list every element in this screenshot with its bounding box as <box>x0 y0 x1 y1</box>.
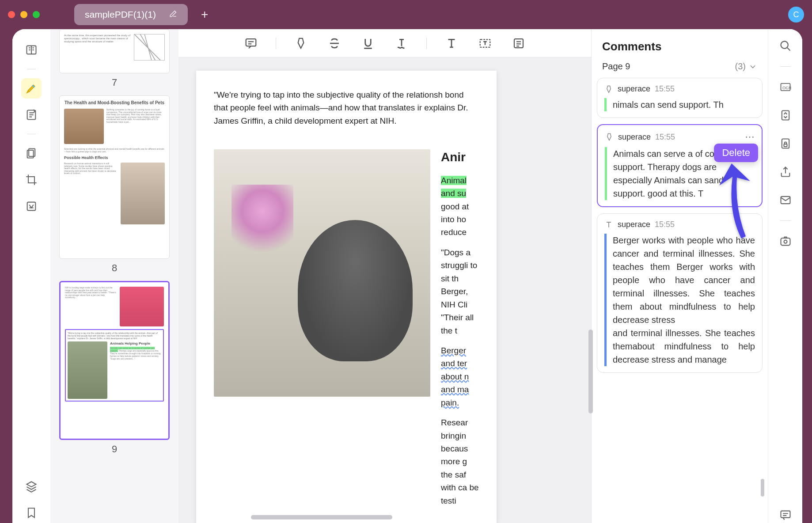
strikethrough-tool-icon[interactable] <box>326 34 343 52</box>
app-window: At the same time, this experiment pionee… <box>12 29 802 523</box>
user-avatar[interactable]: C <box>788 7 804 23</box>
right-rail: OCR <box>768 29 802 523</box>
vertical-scrollbar[interactable] <box>588 330 593 413</box>
comments-title: Comments <box>592 29 768 61</box>
squiggly-tool-icon[interactable] <box>393 34 410 52</box>
new-tab-button[interactable]: + <box>201 8 208 22</box>
comment-count: (3) <box>735 61 757 72</box>
text-type-icon <box>604 220 613 229</box>
comment-card[interactable]: superace 15:55 Berger works with people … <box>597 213 763 373</box>
pages-icon[interactable] <box>21 143 42 163</box>
main-area: "We're trying to tap into the subjective… <box>178 29 591 523</box>
body-paragraph: "Dogs a struggli to sit th Berger, NIH C… <box>441 246 479 337</box>
separator <box>276 38 276 49</box>
svg-rect-15 <box>781 238 790 245</box>
horizontal-scrollbar[interactable] <box>251 515 392 519</box>
edit-tab-icon[interactable] <box>169 9 177 20</box>
svg-text:OCR: OCR <box>782 86 792 90</box>
annotation-toolbar <box>178 29 591 57</box>
thumbnail-page-8[interactable]: The Health and Mood-Boosting Benefits of… <box>59 95 170 277</box>
separator <box>780 66 791 67</box>
comment-text: Berger works with people who have cancer… <box>604 234 755 366</box>
svg-point-8 <box>781 42 788 49</box>
layers-icon[interactable] <box>21 476 42 496</box>
comment-card-selected[interactable]: superace 15:55 ⋯ Animals can serve a of … <box>597 124 763 207</box>
share-icon[interactable] <box>778 164 793 180</box>
thumbnail-page-7[interactable]: At the same time, this experiment pionee… <box>59 29 170 92</box>
bookmark-icon[interactable] <box>21 503 42 523</box>
svg-rect-4 <box>27 202 36 211</box>
svg-rect-5 <box>246 39 256 46</box>
comment-card[interactable]: superace 15:55 nimals can send support. … <box>597 78 763 118</box>
document-tab[interactable]: samplePDF(1)(1) <box>74 4 188 25</box>
window-controls <box>8 11 40 18</box>
quote-paragraph: "We're trying to tap into the subjective… <box>214 88 479 127</box>
reader-mode-icon[interactable] <box>21 40 42 60</box>
page-content: "We're trying to tap into the subjective… <box>196 71 497 523</box>
highlight-tool-icon[interactable] <box>292 34 310 52</box>
titlebar: samplePDF(1)(1) + C <box>0 0 812 29</box>
separator <box>27 134 36 134</box>
thumbnail-page-9[interactable]: NIH is funding large-scale surveys to fi… <box>59 281 170 459</box>
text-tool-icon[interactable] <box>443 34 460 52</box>
comment-more-icon[interactable]: ⋯ <box>745 131 755 143</box>
search-icon[interactable] <box>778 38 793 54</box>
separator <box>780 220 791 221</box>
mail-icon[interactable] <box>778 192 793 208</box>
svg-point-16 <box>784 240 787 243</box>
left-rail <box>12 29 50 523</box>
note-icon[interactable] <box>21 105 42 125</box>
hero-image <box>214 149 430 397</box>
stamp-icon[interactable] <box>21 196 42 216</box>
minimize-window[interactable] <box>20 11 27 18</box>
highlight-type-icon <box>604 85 613 94</box>
svg-rect-13 <box>784 144 787 147</box>
body-paragraph: Berger and ter about n and ma pain. <box>441 344 479 409</box>
highlighter-icon[interactable] <box>21 78 42 99</box>
comment-user: superace <box>618 133 651 142</box>
screenshot-icon[interactable] <box>778 233 793 249</box>
comments-header[interactable]: Page 9 (3) <box>592 61 768 78</box>
page-label: Page 9 <box>602 61 630 72</box>
delete-button[interactable]: Delete <box>714 144 758 162</box>
page-number: 7 <box>59 73 170 92</box>
comment-time: 15:55 <box>655 133 675 142</box>
separator <box>27 69 36 69</box>
comments-list[interactable]: superace 15:55 nimals can send support. … <box>592 78 768 523</box>
separator <box>426 38 427 49</box>
page-number: 8 <box>59 259 170 277</box>
body-paragraph: Resear bringin becaus more g the saf wit… <box>441 416 479 507</box>
document-viewport[interactable]: "We're trying to tap into the subjective… <box>178 57 591 523</box>
feedback-icon[interactable] <box>778 507 793 523</box>
body-paragraph: Animaland su good at into ho reduce <box>441 174 479 239</box>
tab-title: samplePDF(1)(1) <box>85 9 156 20</box>
highlight-type-icon <box>605 133 614 141</box>
crop-icon[interactable] <box>21 170 42 190</box>
convert-icon[interactable] <box>778 107 793 123</box>
lock-page-icon[interactable] <box>778 136 793 152</box>
thumbnail-panel[interactable]: At the same time, this experiment pionee… <box>50 29 178 523</box>
underline-tool-icon[interactable] <box>359 34 377 52</box>
comment-text: nimals can send support. Th <box>604 98 755 111</box>
svg-rect-17 <box>781 511 790 518</box>
ocr-icon[interactable]: OCR <box>778 79 793 95</box>
section-heading: Anir <box>441 148 479 167</box>
chevron-down-icon <box>748 62 757 71</box>
comment-user: superace <box>618 220 650 229</box>
form-tool-icon[interactable] <box>510 34 527 52</box>
comment-user: superace <box>618 84 650 94</box>
comments-panel: Comments Page 9 (3) superace 15:55 nimal… <box>591 29 768 523</box>
svg-rect-11 <box>782 111 789 120</box>
textbox-tool-icon[interactable] <box>476 34 494 52</box>
close-window[interactable] <box>8 11 15 18</box>
comment-time: 15:55 <box>655 84 675 94</box>
comment-tool-icon[interactable] <box>242 34 260 52</box>
page-number: 9 <box>59 440 170 459</box>
comments-scrollbar[interactable] <box>761 479 764 496</box>
maximize-window[interactable] <box>33 11 40 18</box>
comment-time: 15:55 <box>655 220 675 229</box>
